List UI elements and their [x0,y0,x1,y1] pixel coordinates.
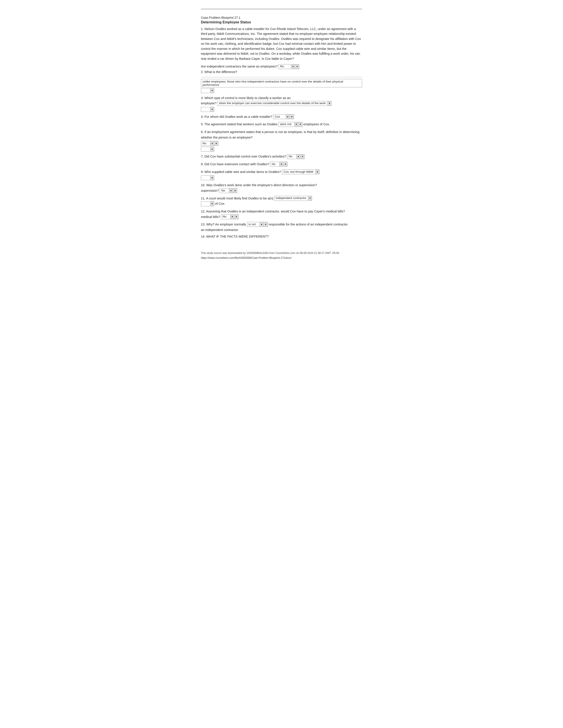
q11-dropdown-group: independent contractor ▼ [274,196,312,201]
q14-label: 14. WHAT IF THE FACTS WERE DIFFERENT? [201,235,362,238]
footer-text: This study source was downloaded by 1000… [201,251,362,255]
q3-dropdown-arrow[interactable]: ▼ [328,101,332,106]
q7-dropdown1-arrow[interactable]: ▼ [296,154,300,159]
q6-sub-dropdown-arrow[interactable]: ▼ [210,147,214,152]
q7-dropdown-group: No ▼ ▼ [287,154,305,159]
q12-dropdown2-arrow[interactable]: ▼ [234,214,238,219]
q3-sub-dropdown-arrow[interactable]: ▼ [210,107,214,112]
q6-sub-dropdown-group: ▼ [201,147,214,152]
q13-label-before: 13. Why? An employer normally [201,222,246,227]
q6-dropdown2-arrow[interactable]: ▼ [214,141,218,146]
q12-row2: medical bills? No ▼ ▼ [201,214,362,220]
q13-dropdown-group: is not ▼ ▼ [247,222,268,227]
q10-row: 10. Was Ovalles's work done under the em… [201,182,362,188]
q4-dropdown1-value[interactable]: Cox [273,114,285,119]
q3-row2: employee? when the employer can exercise… [201,101,362,106]
q4-dropdown2-arrow[interactable]: ▼ [290,114,294,119]
q8-dropdown-group: No ▼ ▼ [270,162,288,167]
question-13-block: 13. Why? An employer normally is not ▼ ▼… [201,222,362,233]
question-6-block: 6. If an employment agreement states tha… [201,129,362,152]
question-8-block: 8. Did Cox have extensive contact with O… [201,161,362,167]
q3-label2: employee? [201,101,216,106]
q7-dropdown2-arrow[interactable]: ▼ [301,154,305,159]
q13-dropdown1-arrow[interactable]: ▼ [259,222,263,227]
q13-row: 13. Why? An employer normally is not ▼ ▼… [201,222,362,227]
q8-label: 8. Did Cox have extensive contact with O… [201,161,269,167]
q4-dropdown-group: Cox ▼ ▼ [273,114,294,119]
q12-row: 12. Assuming that Ovalles is an independ… [201,209,362,214]
q10-dropdown1-value[interactable]: No [220,188,228,193]
q5-label2: employees of Cox. [304,122,330,127]
q9-sub-dropdown-value[interactable] [201,175,210,180]
question-14-block: 14. WHAT IF THE FACTS WERE DIFFERENT? [201,235,362,238]
case-title: Determining Employee Status [201,20,362,24]
q9-dropdown1-value[interactable]: Cox, but through M&M [282,169,315,174]
q5-dropdown-group: were not ▼ ▼ [278,122,303,127]
q11-row2: ▼ of Cox. [201,201,362,206]
q10-row2: supervision? No ▼ ▼ [201,188,362,193]
q4-label: 4. For whom did Ovalles work as a cable … [201,114,272,120]
q12-bills-label: medical bills? [201,214,220,220]
q6-dropdown1-arrow[interactable]: ▼ [210,141,214,146]
q11-label: 11. A court would most likely find Ovall… [201,196,273,201]
q9-sub-dropdown-arrow[interactable]: ▼ [210,175,214,180]
q10-label: 10. Was Ovalles's work done under the em… [201,182,317,188]
q5-dropdown2-arrow[interactable]: ▼ [299,122,303,127]
question-7-block: 7. Did Cox have substantial control over… [201,154,362,159]
q6-dropdown-group: No ▼ ▼ [201,141,218,146]
q5-dropdown1-arrow[interactable]: ▼ [294,122,298,127]
q13-contractor-label: an independent contractor. [201,227,239,233]
q9-label: 9. Who supplied cable wire and similar i… [201,169,281,175]
q10-dropdown-group: No ▼ ▼ [220,188,237,193]
q10-dropdown2-arrow[interactable]: ▼ [233,188,237,193]
q3-sub-dropdown-group: ▼ [201,107,214,112]
q13-dropdown2-arrow[interactable]: ▼ [264,222,268,227]
question-12-block: 12. Assuming that Ovalles is an independ… [201,209,362,220]
question-4-block: 4. For whom did Ovalles work as a cable … [201,114,362,120]
q7-dropdown1-value[interactable]: No [287,154,296,159]
q11-dropdown1-arrow[interactable]: ▼ [308,196,312,201]
q9-row: 9. Who supplied cable wire and similar i… [201,169,362,175]
top-border [201,9,362,9]
question-9-block: 9. Who supplied cable wire and similar i… [201,169,362,180]
q2-sub-dropdown-arrow[interactable]: ▼ [210,88,214,93]
footer-url: https://www.coursehero.com/file/42082698… [201,256,362,259]
q5-dropdown1-value[interactable]: were not [278,122,294,127]
q6-row: 6. If an employment agreement states tha… [201,129,362,146]
q12-dropdown1-arrow[interactable]: ▼ [230,214,234,219]
q3-sub-dropdown-value[interactable] [201,107,210,112]
q13-label-after: responsible for the actions of an indepe… [269,222,349,227]
q6-sub-dropdown-value[interactable] [201,147,210,152]
q4-dropdown1-arrow[interactable]: ▼ [286,114,290,119]
q9-sub-dropdown-group: ▼ [201,175,214,180]
q2-textarea[interactable]: unlike employees, those who hire indepen… [201,79,362,87]
q6-dropdown1-value[interactable]: No [201,141,210,146]
q11-sub-dropdown-arrow[interactable]: ▼ [210,201,214,206]
q2-sub-dropdown-value[interactable] [201,88,210,93]
question-5-block: 5. The agreement stated that workers suc… [201,122,362,127]
divider-1 [201,77,362,77]
q11-sub-dropdown-value[interactable] [201,201,210,206]
q1-dropdown1-arrow[interactable]: ▼ [291,64,295,69]
q8-dropdown1-value[interactable]: No [270,162,279,167]
q5-label: 5. The agreement stated that workers suc… [201,122,277,127]
q8-dropdown2-arrow[interactable]: ▼ [284,162,288,167]
question-3-block: 3. Which type of control is more likely … [201,95,362,112]
q1-dropdown2-arrow[interactable]: ▼ [295,64,299,69]
body-text: 1. Nelson Ovalles worked as a cable inst… [201,26,362,61]
q12-dropdown1-value[interactable]: No [221,214,230,219]
q8-dropdown1-arrow[interactable]: ▼ [279,162,283,167]
q2-label: 2. What is the difference? [201,69,362,75]
q1-dropdown1-value[interactable]: No [278,64,291,69]
q11-label2: of Cox. [215,201,225,206]
q13-dropdown1-value[interactable]: is not [247,222,259,227]
q9-dropdown1-arrow[interactable]: ▼ [316,169,320,174]
q7-label: 7. Did Cox have substantial control over… [201,154,286,159]
question-10-block: 10. Was Ovalles's work done under the em… [201,182,362,193]
q3-label: 3. Which type of control is more likely … [201,95,291,101]
q3-dropdown-value[interactable]: when the employer can exercise considera… [217,101,327,106]
q10-dropdown1-arrow[interactable]: ▼ [229,188,233,193]
q12-label: 12. Assuming that Ovalles is an independ… [201,209,345,214]
q11-dropdown1-value[interactable]: independent contractor [274,196,308,201]
q5-row: 5. The agreement stated that workers suc… [201,122,362,127]
